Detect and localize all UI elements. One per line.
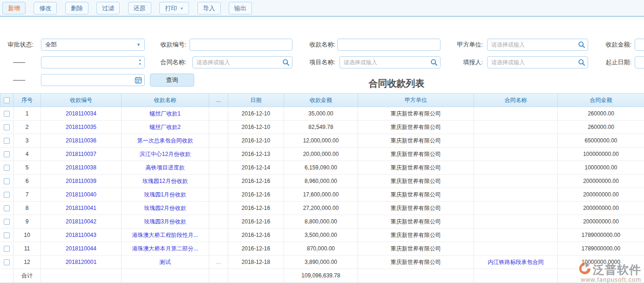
cell-name-link[interactable]: 玫瑰园3月份收款: [122, 215, 209, 229]
cell-contract-link[interactable]: [474, 229, 558, 242]
modify-button[interactable]: 修改: [34, 2, 57, 14]
row-checkbox[interactable]: [4, 219, 10, 225]
restore-button[interactable]: 还原: [128, 2, 151, 14]
cell-name-link[interactable]: 玫瑰园12月份收款: [122, 175, 209, 188]
cell-code-link[interactable]: 2018110037: [41, 148, 122, 161]
row-checkbox[interactable]: [4, 111, 10, 117]
cell-code-link[interactable]: 2018110042: [41, 215, 122, 229]
print-button[interactable]: 打印▼: [159, 2, 189, 14]
spinner-down-icon[interactable]: ▼: [138, 62, 142, 66]
select-all-checkbox[interactable]: [4, 97, 10, 103]
add-button[interactable]: 新增: [2, 2, 26, 14]
row-checkbox[interactable]: [4, 138, 10, 144]
cell-contract-link[interactable]: [474, 148, 558, 161]
cell-amount: 870,000.00: [284, 242, 358, 256]
cell-name-link[interactable]: 玫瑰园2月份收款: [122, 202, 209, 215]
cell-code-link[interactable]: 2018110040: [41, 188, 122, 202]
cell-more: [209, 175, 228, 188]
search-icon[interactable]: [578, 41, 585, 48]
row-checkbox[interactable]: [4, 246, 10, 252]
cell-contract-link[interactable]: [474, 202, 558, 215]
row-checkbox[interactable]: [4, 205, 10, 211]
cell-contract-link[interactable]: [474, 121, 558, 134]
cell-contract-link[interactable]: [474, 134, 558, 148]
cell-no: 5: [14, 161, 41, 175]
cell-contract-link[interactable]: [474, 175, 558, 188]
cell-code-link[interactable]: 2018120001: [41, 256, 122, 269]
cell-name-link[interactable]: 玫瑰园1月份收款: [122, 188, 209, 202]
project-name-field: [339, 56, 441, 68]
cell-name-link[interactable]: 螺丝厂收款1: [122, 107, 209, 121]
cell-more: [209, 229, 228, 242]
cell-party: 重庆新世界有限公司: [358, 134, 474, 148]
table-header-row: 序号 收款编号 收款名称 ... 日期 收款金额 甲方单位 合同名称 合同金额: [0, 94, 644, 107]
cell-amount: 17,600,000.00: [284, 188, 358, 202]
import-button[interactable]: 导入: [197, 2, 221, 14]
cell-name-link[interactable]: 高铁项目进度款: [122, 161, 209, 175]
cell-code-link[interactable]: 2018110041: [41, 202, 122, 215]
party-a-input[interactable]: [487, 39, 588, 51]
cell-name-link[interactable]: 测试: [122, 256, 209, 269]
cell-no: 6: [14, 175, 41, 188]
receipt-name-input[interactable]: [337, 39, 441, 51]
row-checkbox[interactable]: [4, 259, 10, 265]
amount-spinner-input[interactable]: [41, 56, 145, 68]
cell-contract-link[interactable]: [474, 161, 558, 175]
print-button-label: 打印: [165, 5, 177, 12]
cell-name-link[interactable]: 滨江中心12月份收款: [122, 148, 209, 161]
col-header-no: 序号: [14, 94, 41, 107]
row-checkbox[interactable]: [4, 165, 10, 171]
delete-button[interactable]: 删除: [65, 2, 88, 14]
receipt-name-label: 收款名称:: [305, 39, 335, 51]
cell-party: 重庆新世界有限公司: [358, 161, 474, 175]
cell-code-link[interactable]: 2018110034: [41, 107, 122, 121]
cell-amount: 82,549.78: [284, 121, 358, 134]
cell-contract-link[interactable]: 内江铁路标段承包合同: [474, 256, 558, 269]
cell-code-link[interactable]: 2018110043: [41, 229, 122, 242]
cell-party: 重庆新世界有限公司: [358, 175, 474, 188]
cell-name-link[interactable]: 第一次总承包合同收款: [122, 134, 209, 148]
col-header-name: 收款名称: [122, 94, 209, 107]
date-range-input[interactable]: [635, 56, 644, 68]
receipt-amount-input[interactable]: [635, 39, 644, 51]
cell-contract-link[interactable]: [474, 107, 558, 121]
cell-date: 2016-12-16: [228, 215, 284, 229]
cell-contract-link[interactable]: [474, 242, 558, 256]
row-checkbox[interactable]: [4, 192, 10, 198]
search-icon[interactable]: [282, 59, 290, 66]
row-checkbox[interactable]: [4, 151, 10, 157]
date-input[interactable]: [41, 74, 145, 86]
search-icon[interactable]: [430, 59, 438, 66]
cell-name-link[interactable]: 港珠澳大桥本月第二部分...: [122, 242, 209, 256]
cell-code-link[interactable]: 2018110038: [41, 161, 122, 175]
cell-name-link[interactable]: 螺丝厂收款2: [122, 121, 209, 134]
calendar-icon[interactable]: [135, 76, 142, 84]
row-checkbox[interactable]: [4, 124, 10, 130]
cell-contract-amount: 1789000000.00: [558, 242, 644, 256]
filter-button[interactable]: 过滤: [96, 2, 120, 14]
cell-contract-link[interactable]: [474, 215, 558, 229]
spinner-up-icon[interactable]: ▲: [138, 58, 142, 62]
receipt-no-input[interactable]: [190, 39, 292, 51]
col-header-amount: 收款金额: [284, 94, 358, 107]
cell-contract-link[interactable]: [474, 188, 558, 202]
spinner-arrows[interactable]: ▲▼: [138, 58, 142, 66]
cell-amount: 3,890,000.00: [284, 256, 358, 269]
approval-status-select[interactable]: 全部 ▼: [41, 39, 145, 51]
contract-name-input[interactable]: [192, 56, 292, 68]
cell-code-link[interactable]: 2018110036: [41, 134, 122, 148]
row-checkbox[interactable]: [4, 232, 10, 238]
search-button[interactable]: 查询: [150, 74, 194, 87]
search-icon[interactable]: [578, 59, 585, 66]
table-row: 1 2018110034 螺丝厂收款1 2016-12-10 35,000.00…: [0, 107, 644, 121]
project-name-input[interactable]: [339, 56, 441, 68]
row-checkbox[interactable]: [4, 178, 10, 184]
cell-code-link[interactable]: 2018110044: [41, 242, 122, 256]
cell-code-link[interactable]: 2018110035: [41, 121, 122, 134]
export-button[interactable]: 输出: [229, 2, 252, 14]
cell-no: 10: [14, 229, 41, 242]
cell-code-link[interactable]: 2018110039: [41, 175, 122, 188]
cell-name-link[interactable]: 港珠澳大桥工程阶段性月...: [122, 229, 209, 242]
table-row: 8 2018110041 玫瑰园2月份收款 2016-12-16 27,200,…: [0, 202, 644, 215]
reporter-input[interactable]: [487, 56, 588, 68]
